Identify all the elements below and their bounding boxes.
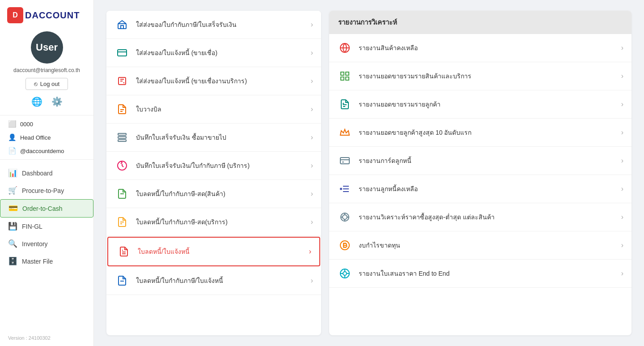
sidebar-item-order-to-cash[interactable]: 💳 Order-to-Cash — [0, 199, 93, 218]
right-menu-label: รายงานยอดขายรวมรายสินค้าและบริการ — [359, 71, 615, 81]
bitcoin-icon — [337, 238, 352, 253]
search-list-icon — [337, 181, 352, 196]
menu-item-label: ใบวางบิล — [136, 104, 305, 114]
logo-text: DACCOUNT — [25, 10, 80, 21]
credit-icon — [114, 45, 130, 60]
right-menu-panel: รายงานการวิเคราะห์ รายงานสินค้าคงเหลือ › — [329, 11, 631, 335]
settings-icon[interactable]: ⚙️ — [51, 96, 63, 107]
logout-icon: ⎋ — [34, 81, 38, 87]
sidebar-item-label: Master File — [22, 258, 53, 265]
menu-item-invoice[interactable]: ใบวางบิล › — [106, 95, 321, 124]
arrow-icon: › — [621, 269, 623, 278]
arrow-icon: › — [621, 100, 623, 108]
right-menu-item-remaining-debt[interactable]: รายงานลูกหนี้คงเหลือ › — [329, 175, 631, 203]
arrow-icon: › — [621, 157, 623, 165]
dashboard-icon: 📊 — [8, 168, 17, 178]
right-menu-label: รายงานการ์ดลูกหนี้ — [359, 156, 615, 166]
sidebar-item-label: Order-to-Cash — [22, 205, 62, 212]
debit-goods-icon — [114, 186, 130, 201]
arrow-icon: › — [309, 248, 311, 256]
crown-icon — [337, 125, 352, 140]
right-menu-label: รายงานสินค้าคงเหลือ — [359, 43, 615, 53]
debit-tax-credit-icon — [114, 273, 130, 288]
svg-point-34 — [343, 215, 347, 219]
svg-rect-7 — [118, 133, 126, 135]
sidebar-item-dashboard[interactable]: 📊 Dashboard — [0, 164, 93, 182]
menu-item-label: บันทึกใบเสร็จรับเงิน ซื้อมาขายไป — [136, 132, 305, 142]
right-menu-item-sales-summary[interactable]: รายงานยอดขายรวมรายสินค้าและบริการ › — [329, 62, 631, 90]
logout-button[interactable]: ⎋ Log out — [25, 78, 68, 90]
menu-item-debit-tax-goods[interactable]: ใบลดหนี้/ใบกำกับภาษี-สด(สินค้า) › — [106, 180, 321, 208]
arrow-icon: › — [621, 185, 623, 193]
arrow-icon: › — [621, 241, 623, 249]
main-content: ใส่ส่งของ/ใบกำกับภาษี/ใบเสร็จรับเงิน › ใ… — [94, 0, 644, 346]
menu-item-debit-tax-credit[interactable]: ใบลดหนี้/ใบกำกับภาษี/ใบแจ้งหนี้ › — [106, 267, 321, 295]
menu-item-label: ใบลดหนี้/ใบกำกับภาษี-สด(บริการ) — [136, 217, 305, 227]
arrow-icon: › — [621, 213, 623, 221]
svg-point-45 — [343, 272, 347, 275]
right-menu-label: รายงานใบเสนอราคา End to End — [359, 269, 615, 278]
right-menu-label: งบกำไรขาดทุน — [359, 240, 615, 250]
service-receipt-icon — [114, 158, 130, 173]
divider-2 — [0, 159, 93, 160]
left-menu-panel: ใส่ส่งของ/ใบกำกับภาษี/ใบเสร็จรับเงิน › ใ… — [106, 11, 321, 335]
sidebar-item-label: Procure-to-Pay — [22, 187, 64, 194]
svg-rect-22 — [341, 77, 344, 80]
right-menu-item-stock[interactable]: รายงานสินค้าคงเหลือ › — [329, 34, 631, 62]
branch-code-row: ⬜ 0000 — [0, 117, 93, 131]
right-menu-item-top10-sales[interactable]: รายงานยอดขายลูกค้าสูงสุด 10 อันดับแรก › — [329, 119, 631, 147]
target-x-icon — [337, 209, 352, 225]
circle-target-icon — [337, 266, 352, 281]
arrow-icon: › — [311, 190, 313, 198]
menu-item-label: ใบลดหนี้/ใบกำกับภาษี-สด(สินค้า) — [136, 189, 305, 199]
sidebar-item-inventory[interactable]: 🔍 Inventory — [0, 235, 93, 252]
sidebar-item-procure-to-pay[interactable]: 🛒 Procure-to-Pay — [0, 182, 93, 199]
account-name: @daccountdemo — [20, 148, 64, 154]
logo-icon: D — [7, 7, 23, 23]
arrow-icon: › — [311, 277, 313, 285]
menu-item-debit-tax-service[interactable]: ใบลดหนี้/ใบกำกับภาษี-สด(บริการ) › — [106, 208, 321, 236]
menu-item-send-credit-note[interactable]: ใส่ส่งของ/ใบแจ้งหนี้ (ขายเชื่อ) › — [106, 39, 321, 67]
content-area: ใส่ส่งของ/ใบกำกับภาษี/ใบเสร็จรับเงิน › ใ… — [94, 0, 644, 346]
svg-rect-2 — [118, 50, 127, 56]
menu-item-label: ใส่ส่งของ/ใบแจ้งหนี้ (ขายเชื่อ) — [136, 48, 305, 58]
arrow-icon: › — [311, 21, 313, 29]
right-menu-item-capital-profit[interactable]: งบกำไรขาดทุน › — [329, 231, 631, 260]
person-icon: 👤 — [8, 133, 17, 141]
sidebar-item-fin-gl[interactable]: 💾 FIN-GL — [0, 218, 93, 235]
arrow-icon: › — [311, 133, 313, 141]
list-check-icon — [337, 97, 352, 112]
right-menu-label: รายงานวิเคราะห์ราคาซื้อสูงสุด-ต่ำสุด แต่… — [359, 212, 615, 222]
master-icon: 🗄️ — [8, 256, 17, 266]
menu-item-send-tax-receipt[interactable]: ใส่ส่งของ/ใบกำกับภาษี/ใบเสร็จรับเงิน › — [106, 11, 321, 39]
svg-rect-9 — [118, 140, 126, 141]
globe-icon — [337, 40, 352, 56]
arrow-icon: › — [311, 77, 313, 85]
sidebar-nav: 📊 Dashboard 🛒 Procure-to-Pay 💳 Order-to-… — [0, 164, 93, 270]
right-menu-item-customer-sales[interactable]: รายงานยอดขายรวมรายลูกค้า › — [329, 90, 631, 119]
right-menu-label: รายงานยอดขายรวมรายลูกค้า — [359, 99, 615, 109]
branch-code: 0000 — [20, 121, 33, 128]
arrow-icon: › — [621, 128, 623, 137]
menu-item-service-receipt[interactable]: บันทึกใบเสร็จรับเงิน/ใบกำกับภาษี (บริการ… — [106, 152, 321, 180]
sidebar-item-master-file[interactable]: 🗄️ Master File — [0, 252, 93, 270]
menu-item-send-service-credit[interactable]: ใส่ส่งของ/ใบแจ้งหนี้ (ขายเชื่องานบริการ)… — [106, 67, 321, 95]
right-menu-item-price-analysis[interactable]: รายงานวิเคราะห์ราคาซื้อสูงสุด-ต่ำสุด แต่… — [329, 203, 631, 231]
menu-item-receipt-record[interactable]: บันทึกใบเสร็จรับเงิน ซื้อมาขายไป › — [106, 124, 321, 152]
right-menu-item-customer-card[interactable]: รายงานการ์ดลูกหนี้ › — [329, 147, 631, 175]
receipt-icon — [114, 130, 130, 145]
right-menu-item-quotation-report[interactable]: รายงานใบเสนอราคา End to End › — [329, 260, 631, 288]
cart-icon: 🛒 — [8, 186, 17, 195]
arrow-icon: › — [311, 105, 313, 113]
right-menu-label: รายงานยอดขายลูกค้าสูงสุด 10 อันดับแรก — [359, 128, 615, 137]
svg-rect-21 — [346, 72, 349, 75]
svg-rect-20 — [341, 72, 344, 75]
debit-note-icon — [116, 244, 131, 259]
globe-icon[interactable]: 🌐 — [31, 96, 42, 107]
arrow-icon: › — [621, 44, 623, 52]
menu-item-debit-note[interactable]: ใบลดหนี้/ใบแจ้งหนี้ › — [107, 237, 320, 266]
sidebar: D DACCOUNT User daccount@trianglesoft.co… — [0, 0, 94, 346]
svg-point-32 — [340, 188, 342, 190]
right-panel-header: รายงานการวิเคราะห์ — [329, 11, 631, 34]
menu-item-label: บันทึกใบเสร็จรับเงิน/ใบกำกับภาษี (บริการ… — [136, 161, 305, 171]
